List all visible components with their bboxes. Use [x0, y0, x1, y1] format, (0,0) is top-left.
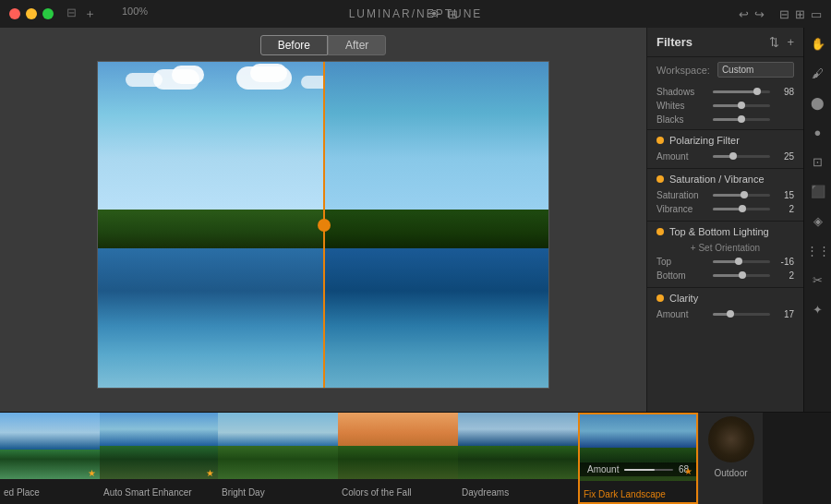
bottom-value: 2: [776, 270, 794, 281]
filmstrip-item-ed-place[interactable]: ed Place ★: [0, 413, 100, 504]
brush-tool-icon[interactable]: 🖌: [810, 65, 826, 81]
fix-dark-label: Fix Dark Landscape: [580, 481, 696, 504]
saturation-value: 15: [776, 190, 794, 200]
vibrance-slider-row: Vibrance 2: [656, 202, 794, 216]
split-divider[interactable]: [323, 62, 325, 388]
ed-place-star: ★: [88, 468, 96, 478]
shadows-track[interactable]: [713, 90, 770, 93]
top-slider-row: Top -16: [656, 255, 794, 269]
colors-fall-thumb: [338, 413, 458, 479]
clarity-header: Clarity: [656, 293, 794, 304]
polarizing-name: Polarizing Filter: [669, 135, 740, 146]
shadows-row: Shadows 98: [656, 85, 794, 99]
traffic-lights: [9, 8, 54, 19]
topbottom-header: Top & Bottom Lighting: [656, 226, 794, 237]
polarizing-amount-track[interactable]: [713, 155, 770, 158]
set-orientation-label: + Set Orientation: [691, 243, 760, 253]
workspace-row: Workspace: Custom Landscape Portrait: [647, 57, 803, 82]
divider-handle[interactable]: [318, 219, 331, 232]
after-image: [323, 62, 548, 388]
top-value: -16: [776, 257, 794, 267]
clarity-dot: [656, 294, 664, 302]
saturation-track[interactable]: [713, 194, 770, 197]
scissors-icon[interactable]: ✂: [810, 271, 826, 288]
topbottom-section: Top & Bottom Lighting + Set Orientation …: [647, 221, 803, 287]
after-tab[interactable]: After: [328, 35, 386, 55]
hand-tool-icon[interactable]: ✋: [810, 35, 826, 52]
basic-sliders: Shadows 98 Whites Blacks: [647, 82, 803, 129]
filmstrip-item-colors-fall[interactable]: Colors of the Fall: [338, 413, 458, 504]
filters-panel: Filters ⇅ + Workspace: Custom Landscape …: [646, 28, 803, 412]
colors-fall-label: Colors of the Fall: [338, 479, 458, 504]
bottom-thumb: [739, 271, 746, 279]
polarizing-header: Polarizing Filter: [656, 135, 794, 146]
top-track[interactable]: [713, 260, 770, 263]
before-tab[interactable]: Before: [260, 35, 328, 55]
clarity-amount-label: Amount: [656, 309, 707, 319]
dot-icon[interactable]: ●: [810, 124, 826, 140]
bottom-track[interactable]: [713, 274, 770, 277]
saturation-section: Saturation / Vibrance Saturation 15 Vibr…: [647, 168, 803, 221]
circle-icon[interactable]: ⬤: [810, 94, 826, 111]
clarity-amount-track[interactable]: [713, 313, 770, 316]
window-icon[interactable]: ▭: [811, 7, 822, 21]
bright-day-label: Bright Day: [218, 479, 338, 504]
shadows-value: 98: [776, 87, 794, 97]
grid-icon[interactable]: ⊞: [795, 7, 805, 21]
workspace-select[interactable]: Custom Landscape Portrait: [717, 62, 794, 78]
polarizing-dot: [656, 137, 664, 144]
clarity-name: Clarity: [669, 293, 698, 304]
polarizing-amount-label: Amount: [656, 151, 707, 162]
star-tool-icon[interactable]: ✦: [810, 301, 826, 318]
zoom-level: 100%: [122, 6, 148, 22]
auto-smart-label: Auto Smart Enhancer: [100, 479, 218, 504]
undo-icon[interactable]: ↩: [739, 7, 749, 21]
whites-label: Whites: [656, 101, 707, 111]
clarity-amount-thumb: [727, 310, 734, 318]
topbottom-dot: [656, 228, 664, 235]
filters-header: Filters ⇅ +: [647, 28, 803, 57]
filmstrip-item-outdoor[interactable]: Outdoor: [698, 413, 763, 504]
close-button[interactable]: [9, 8, 20, 19]
add-filter-icon[interactable]: +: [787, 35, 794, 49]
amount-overlay-track[interactable]: [624, 469, 672, 471]
droplet-icon[interactable]: ◈: [810, 212, 826, 229]
topbottom-name: Top & Bottom Lighting: [669, 226, 769, 237]
workspace-label: Workspace:: [656, 65, 710, 76]
filters-title: Filters: [656, 35, 692, 49]
filmstrip-item-auto-smart[interactable]: Auto Smart Enhancer ★: [100, 413, 218, 504]
outdoor-label: Outdoor: [699, 466, 763, 480]
blacks-track[interactable]: [713, 118, 770, 121]
window-controls: ⊟ ＋ 100%: [66, 6, 148, 22]
shadows-thumb: [753, 88, 761, 95]
blacks-row: Blacks: [656, 113, 794, 126]
whites-thumb: [738, 102, 745, 109]
filmstrip: ed Place ★ Auto Smart Enhancer ★ Bright …: [0, 412, 831, 504]
polarizing-amount-thumb: [729, 152, 737, 160]
vibrance-label: Vibrance: [656, 204, 707, 214]
tool-sidebar: ✋ 🖌 ⬤ ● ⊡ ⬛ ◈ ⋮⋮ ✂ ✦: [803, 28, 831, 412]
daydreams-label: Daydreams: [458, 479, 578, 504]
vibrance-track[interactable]: [713, 208, 770, 210]
filmstrip-item-fix-dark[interactable]: Amount 68 Fix Dark Landscape ★: [578, 413, 698, 504]
grid-tool-icon[interactable]: ⋮⋮: [810, 242, 826, 258]
filmstrip-item-daydreams[interactable]: Daydreams: [458, 413, 578, 504]
minimize-button[interactable]: [26, 8, 37, 19]
polarizing-section: Polarizing Filter Amount 25: [647, 129, 803, 168]
monitor-icon[interactable]: ⊟: [779, 7, 789, 21]
clarity-section: Clarity Amount 17: [647, 287, 803, 326]
person-icon[interactable]: ⬛: [810, 183, 826, 199]
shadows-label: Shadows: [656, 87, 707, 97]
app-title: LUMINAR/NEPTUNE: [349, 7, 483, 20]
filmstrip-item-bright-day[interactable]: Bright Day: [218, 413, 338, 504]
auto-smart-thumb: [100, 413, 218, 479]
bottom-label: Bottom: [656, 270, 707, 281]
whites-track[interactable]: [713, 104, 770, 107]
before-after-tabs: Before After: [260, 35, 387, 55]
set-orientation-btn[interactable]: + Set Orientation: [656, 241, 794, 255]
sort-icon[interactable]: ⇅: [769, 35, 779, 49]
maximize-button[interactable]: [42, 8, 54, 19]
crop-icon[interactable]: ⊡: [810, 153, 826, 170]
ed-place-thumb: [0, 413, 100, 479]
redo-icon[interactable]: ↪: [754, 7, 765, 21]
